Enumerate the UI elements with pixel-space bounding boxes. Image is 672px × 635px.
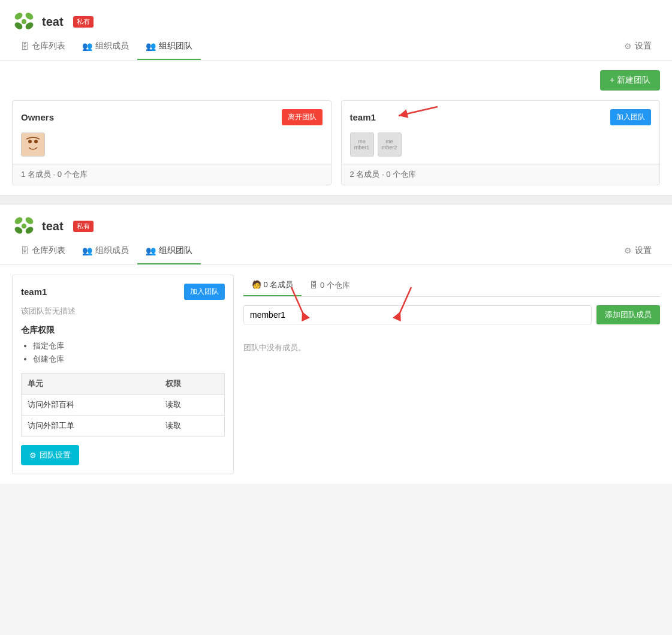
detail-tab-members[interactable]: 🧑 0 名成员 bbox=[243, 275, 302, 296]
svg-point-4 bbox=[22, 19, 26, 24]
tab-members-2[interactable]: 👥 组织成员 bbox=[74, 238, 137, 264]
svg-rect-5 bbox=[22, 133, 44, 156]
repo-section-title: 仓库权限 bbox=[21, 325, 225, 336]
perm-col-perm: 权限 bbox=[159, 374, 225, 395]
settings-icon-1: ⚙ bbox=[624, 41, 632, 51]
detail-main: 🧑 0 名成员 🗄 0 个仓库 添加团队成员 bbox=[243, 275, 660, 474]
perm-row-1: 访问外部百科 读取 bbox=[22, 395, 225, 416]
detail-team-name: team1 bbox=[21, 287, 47, 297]
svg-point-12 bbox=[22, 224, 26, 228]
perm-unit-1: 访问外部百科 bbox=[22, 395, 159, 416]
card-footer-owners: 1 名成员 · 0 个仓库 bbox=[13, 164, 331, 185]
org-name-1: teat bbox=[42, 15, 64, 29]
org-logo-2 bbox=[12, 214, 36, 238]
quit-team-button-owners[interactable]: 离开团队 bbox=[282, 109, 323, 125]
perm-unit-2: 访问外部工单 bbox=[22, 416, 159, 437]
members-icon-2: 👥 bbox=[82, 246, 92, 255]
add-member-row: 添加团队成员 bbox=[243, 305, 660, 324]
teams-icon-2: 👥 bbox=[146, 246, 156, 255]
member-avatar-2: member2 bbox=[378, 133, 402, 157]
sidebar-header: team1 加入团队 bbox=[21, 284, 225, 300]
perm-item-1: 指定仓库 bbox=[33, 341, 225, 351]
repo-icon-2: 🗄 bbox=[20, 246, 29, 255]
join-team-button-team1[interactable]: 加入团队 bbox=[610, 109, 651, 125]
tab-teams-1[interactable]: 👥 组织团队 bbox=[137, 34, 201, 60]
perm-value-1: 读取 bbox=[159, 395, 225, 416]
screen2: teat 私有 🗄 仓库列表 👥 组织成员 👥 组织团队 ⚙ 设置 team1 … bbox=[0, 204, 672, 484]
gear-icon-settings: ⚙ bbox=[29, 451, 37, 460]
tab-repos-1[interactable]: 🗄 仓库列表 bbox=[12, 34, 74, 60]
card-header-owners: Owners 离开团队 bbox=[21, 109, 323, 125]
tab-repos-2[interactable]: 🗄 仓库列表 bbox=[12, 238, 74, 264]
team-cards: Owners 离开团队 bbox=[12, 100, 660, 185]
join-team-button-detail[interactable]: 加入团队 bbox=[184, 284, 225, 300]
avatar-owners bbox=[21, 133, 45, 157]
team-card-owners: Owners 离开团队 bbox=[12, 100, 332, 185]
detail-layout: team1 加入团队 该团队暂无描述 仓库权限 指定仓库 创建仓库 单元 权限 bbox=[0, 265, 672, 484]
org-tabs-1: 🗄 仓库列表 👥 组织成员 👥 组织团队 ⚙ 设置 bbox=[0, 34, 672, 61]
team-card-team1: team1 加入团队 member1 member2 2 名成员 · 0 个仓库 bbox=[341, 100, 661, 185]
detail-tabs: 🧑 0 名成员 🗄 0 个仓库 bbox=[243, 275, 660, 297]
private-badge-2: 私有 bbox=[73, 221, 94, 232]
repo-permission-list: 指定仓库 创建仓库 bbox=[21, 341, 225, 365]
repo-icon-1: 🗄 bbox=[20, 41, 29, 51]
screen-divider bbox=[0, 195, 672, 204]
tab-settings-2[interactable]: ⚙ 设置 bbox=[616, 238, 660, 264]
toolbar-1: + 新建团队 bbox=[12, 70, 660, 91]
perm-value-2: 读取 bbox=[159, 416, 225, 437]
empty-members-message: 团队中没有成员。 bbox=[243, 330, 660, 365]
team-settings-button[interactable]: ⚙ 团队设置 bbox=[21, 445, 79, 465]
permission-table: 单元 权限 访问外部百科 读取 访问外部工单 读取 bbox=[21, 373, 225, 437]
detail-sidebar: team1 加入团队 该团队暂无描述 仓库权限 指定仓库 创建仓库 单元 权限 bbox=[12, 275, 234, 474]
org-tabs-2: 🗄 仓库列表 👥 组织成员 👥 组织团队 ⚙ 设置 bbox=[0, 238, 672, 265]
svg-point-7 bbox=[34, 140, 38, 143]
org-logo-1 bbox=[12, 10, 36, 34]
team-name-team1: team1 bbox=[350, 112, 376, 122]
card-header-team1: team1 加入团队 bbox=[350, 109, 652, 125]
member-avatar-1: member1 bbox=[350, 133, 374, 157]
svg-point-0 bbox=[13, 11, 23, 21]
svg-point-1 bbox=[24, 11, 34, 21]
members-icon-1: 👥 bbox=[82, 41, 92, 51]
private-badge-1: 私有 bbox=[73, 16, 94, 28]
main-content-1: + 新建团队 Owners 离开团队 bbox=[0, 61, 672, 195]
tab-settings-1[interactable]: ⚙ 设置 bbox=[616, 34, 660, 60]
members-row-owners bbox=[21, 133, 323, 157]
add-member-container: 添加团队成员 bbox=[243, 305, 660, 365]
perm-row-2: 访问外部工单 读取 bbox=[22, 416, 225, 437]
screen1: teat 私有 🗄 仓库列表 👥 组织成员 👥 组织团队 ⚙ 设置 + 新建团队 bbox=[0, 0, 672, 195]
add-member-input[interactable] bbox=[243, 305, 592, 324]
svg-point-8 bbox=[13, 216, 23, 225]
svg-point-9 bbox=[24, 216, 34, 225]
svg-point-6 bbox=[28, 140, 32, 143]
settings-icon-2: ⚙ bbox=[624, 246, 632, 255]
new-team-button[interactable]: + 新建团队 bbox=[600, 70, 660, 91]
org-header-1: teat 私有 bbox=[0, 0, 672, 34]
detail-tab-repos[interactable]: 🗄 0 个仓库 bbox=[302, 275, 358, 296]
perm-item-2: 创建仓库 bbox=[33, 354, 225, 365]
team-description: 该团队暂无描述 bbox=[21, 306, 225, 317]
tab-members-1[interactable]: 👥 组织成员 bbox=[74, 34, 137, 60]
org-name-2: teat bbox=[42, 219, 64, 233]
team-name-owners: Owners bbox=[21, 112, 54, 122]
teams-icon-1: 👥 bbox=[146, 41, 156, 51]
org-header-2: teat 私有 bbox=[0, 204, 672, 238]
card-footer-team1: 2 名成员 · 0 个仓库 bbox=[342, 164, 660, 185]
perm-col-unit: 单元 bbox=[22, 374, 159, 395]
tab-teams-2[interactable]: 👥 组织团队 bbox=[137, 238, 201, 264]
add-member-button[interactable]: 添加团队成员 bbox=[596, 305, 660, 324]
members-row-team1: member1 member2 bbox=[350, 133, 652, 157]
